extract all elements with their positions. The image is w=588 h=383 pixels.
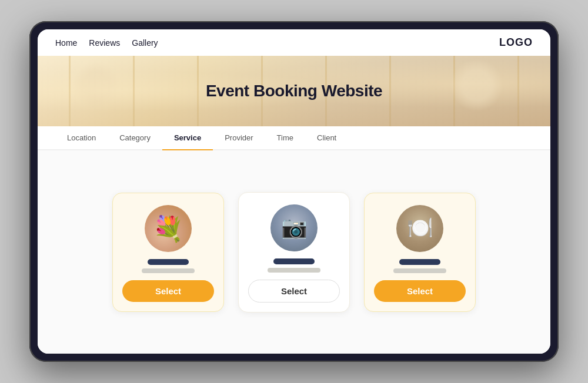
flower-bouquet-icon bbox=[145, 205, 192, 252]
hero-title: Event Booking Website bbox=[206, 82, 382, 100]
cards-container: Select Select bbox=[112, 192, 476, 313]
content-area: Select Select bbox=[38, 150, 550, 354]
service-card-1: Select bbox=[112, 193, 224, 312]
card-subtitle-bar-2 bbox=[268, 268, 320, 273]
select-button-1[interactable]: Select bbox=[122, 280, 214, 302]
select-button-2[interactable]: Select bbox=[248, 280, 340, 303]
select-button-3[interactable]: Select bbox=[374, 280, 466, 302]
navbar: Home Reviews Gallery LOGO bbox=[38, 29, 550, 56]
card-title-bar-2 bbox=[273, 258, 315, 264]
avatar-1 bbox=[145, 205, 192, 252]
hero-banner: Event Booking Website bbox=[38, 56, 550, 126]
venue-line bbox=[133, 56, 135, 126]
card-title-bar-1 bbox=[148, 259, 189, 265]
tab-category[interactable]: Category bbox=[108, 126, 162, 149]
avatar-2 bbox=[270, 204, 318, 251]
tab-client[interactable]: Client bbox=[305, 126, 348, 149]
device-frame: Home Reviews Gallery LOGO bbox=[29, 21, 559, 362]
nav-gallery[interactable]: Gallery bbox=[132, 38, 158, 48]
card-title-bar-3 bbox=[399, 259, 440, 265]
nav-links: Home Reviews Gallery bbox=[55, 38, 485, 48]
tabs-bar: Location Category Service Provider Time … bbox=[38, 126, 550, 150]
tab-provider[interactable]: Provider bbox=[213, 126, 265, 149]
venue-line bbox=[453, 56, 455, 126]
tab-location[interactable]: Location bbox=[55, 126, 108, 149]
card-subtitle-bar-1 bbox=[142, 268, 195, 273]
avatar-3 bbox=[396, 205, 443, 252]
screen: Home Reviews Gallery LOGO bbox=[38, 29, 550, 354]
venue-line bbox=[389, 56, 391, 126]
tab-service[interactable]: Service bbox=[162, 126, 213, 149]
tab-time[interactable]: Time bbox=[265, 126, 305, 149]
nav-reviews[interactable]: Reviews bbox=[89, 38, 120, 48]
photographer-icon bbox=[270, 204, 318, 251]
card-subtitle-bar-3 bbox=[393, 268, 446, 273]
venue-line bbox=[517, 56, 519, 126]
nav-home[interactable]: Home bbox=[55, 38, 77, 48]
catering-icon bbox=[396, 205, 443, 252]
venue-line bbox=[69, 56, 71, 126]
venue-line bbox=[197, 56, 199, 126]
logo: LOGO bbox=[499, 36, 533, 49]
service-card-2: Select bbox=[238, 192, 350, 313]
service-card-3: Select bbox=[364, 193, 476, 312]
